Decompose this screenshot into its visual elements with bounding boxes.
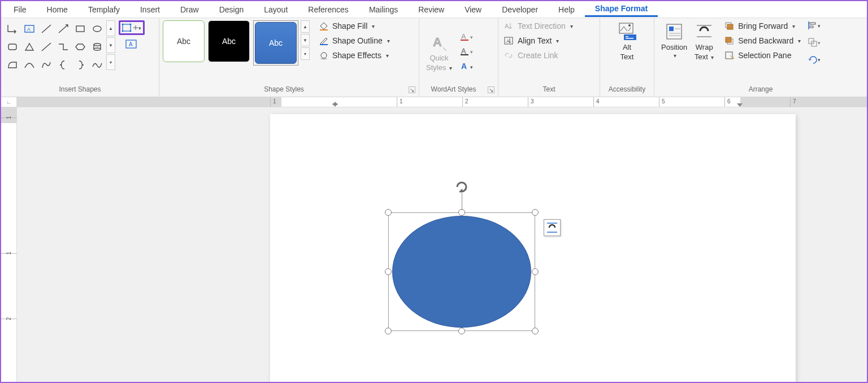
create-link-button[interactable]: Create Link xyxy=(502,50,575,61)
tab-file[interactable]: File xyxy=(3,3,37,16)
send-backward-button[interactable]: Send Backward▾ xyxy=(722,35,803,46)
shape-roundrect-icon[interactable] xyxy=(5,38,20,55)
shape-oval-icon[interactable] xyxy=(89,20,105,37)
alt-text-button[interactable]: Alt Text xyxy=(614,20,641,62)
shape-textbox-icon[interactable]: A xyxy=(21,20,37,37)
shape-style-gallery[interactable]: Abc Abc Abc xyxy=(163,20,298,66)
shape-curve-icon[interactable] xyxy=(21,56,37,73)
shape-freeform-icon[interactable] xyxy=(38,56,54,73)
shape-line2-icon[interactable] xyxy=(38,38,54,55)
align-text-button[interactable]: A Align Text▾ xyxy=(502,35,575,46)
resize-handle-s[interactable] xyxy=(458,328,465,334)
group-label-shape-styles: Shape Styles xyxy=(163,84,405,95)
style-thumb-1[interactable]: Abc xyxy=(163,20,205,62)
tab-references[interactable]: References xyxy=(298,3,359,16)
quick-styles-button[interactable]: A Quick Styles ▾ xyxy=(423,31,455,74)
draw-text-box-button[interactable]: A xyxy=(119,37,145,52)
resize-handle-e[interactable] xyxy=(532,268,539,275)
link-icon xyxy=(504,51,514,60)
shape-hexagon-icon[interactable] xyxy=(72,38,88,55)
tab-layout[interactable]: Layout xyxy=(254,3,298,16)
shape-styles-launcher[interactable]: ↘ xyxy=(409,86,415,93)
tab-templafy[interactable]: Templafy xyxy=(78,3,130,16)
align-icon: ▾ xyxy=(808,20,822,31)
style-thumb-3[interactable]: Abc xyxy=(255,22,297,64)
layout-options-button[interactable] xyxy=(544,219,561,236)
wrap-text-button[interactable]: Wrap Text ▾ xyxy=(691,20,718,62)
layout-options-icon xyxy=(546,221,558,234)
tab-help[interactable]: Help xyxy=(548,3,585,16)
shape-rect-icon[interactable] xyxy=(72,20,88,37)
align-button[interactable]: ▾ xyxy=(808,20,822,33)
shape-triangle-icon[interactable] xyxy=(21,38,37,55)
style-gallery-up[interactable]: ▲ xyxy=(301,20,310,33)
shapes-gallery[interactable]: A xyxy=(5,20,105,73)
group-shape-styles: Abc Abc Abc ▲ ▼ ▾ Shape Fill▾ Shape Outl… xyxy=(159,18,419,97)
document-area[interactable] xyxy=(17,107,867,383)
wordart-launcher[interactable]: ↘ xyxy=(488,86,494,93)
bring-forward-button[interactable]: Bring Forward▾ xyxy=(722,20,803,32)
svg-rect-37 xyxy=(669,27,674,31)
style-gallery-more[interactable]: ▾ xyxy=(301,47,310,60)
shape-flowalt-icon[interactable] xyxy=(5,56,20,73)
page[interactable] xyxy=(270,114,796,383)
text-effects-button[interactable]: A▾ xyxy=(460,62,475,74)
resize-handle-ne[interactable] xyxy=(532,209,539,216)
shape-elbow-arrow-icon[interactable] xyxy=(5,20,20,37)
selection-pane-button[interactable]: Selection Pane xyxy=(722,50,803,61)
style-thumb-2[interactable]: Abc xyxy=(208,20,250,62)
shapes-gallery-down[interactable]: ▼ xyxy=(106,37,115,53)
hanging-indent-marker[interactable] xyxy=(332,103,338,107)
right-indent-marker[interactable] xyxy=(737,103,743,107)
tab-draw[interactable]: Draw xyxy=(170,3,209,16)
shape-fill-button[interactable]: Shape Fill▾ xyxy=(316,20,392,32)
tab-developer[interactable]: Developer xyxy=(492,3,548,16)
text-outline-button[interactable]: A▾ xyxy=(460,47,475,58)
tab-mailings[interactable]: Mailings xyxy=(359,3,408,16)
tab-design[interactable]: Design xyxy=(209,3,254,16)
resize-handle-w[interactable] xyxy=(385,268,392,275)
svg-point-8 xyxy=(122,24,124,25)
tab-review[interactable]: Review xyxy=(408,3,454,16)
resize-handle-se[interactable] xyxy=(532,328,539,334)
group-objects-button[interactable]: ▾ xyxy=(808,37,822,50)
resize-handle-sw[interactable] xyxy=(385,328,392,334)
alt-text-icon xyxy=(617,22,637,41)
wordart-a-icon: A xyxy=(429,34,449,51)
text-fill-button[interactable]: A▾ xyxy=(460,32,475,43)
shapes-gallery-more[interactable]: ▾ xyxy=(106,54,115,70)
vertical-ruler[interactable]: 1 1 2 xyxy=(1,107,17,383)
position-button[interactable]: Position▾ xyxy=(658,20,691,60)
rotation-handle[interactable] xyxy=(454,180,469,194)
shape-arrow-line-icon[interactable] xyxy=(55,20,71,37)
hruler-right-margin xyxy=(740,97,867,107)
pen-outline-icon xyxy=(319,36,329,45)
svg-text:A: A xyxy=(433,35,442,49)
horizontal-ruler[interactable]: 1 1 2 3 4 5 6 7 xyxy=(17,97,867,107)
shape-outline-button[interactable]: Shape Outline▾ xyxy=(316,35,392,46)
group-text: A Text Direction▾ A Align Text▾ Create L… xyxy=(498,18,600,97)
ribbon: A ▲ ▼ ▾ xyxy=(1,18,867,97)
text-direction-button[interactable]: A Text Direction▾ xyxy=(502,20,575,32)
resize-handle-nw[interactable] xyxy=(385,209,392,216)
svg-text:A: A xyxy=(506,38,510,44)
tab-view[interactable]: View xyxy=(454,3,492,16)
shape-brace-left-icon[interactable] xyxy=(55,56,71,73)
svg-point-32 xyxy=(628,24,631,27)
shape-effects-button[interactable]: Shape Effects▾ xyxy=(316,50,392,61)
shape-scribble-icon[interactable] xyxy=(89,56,105,73)
svg-rect-35 xyxy=(626,38,633,39)
shape-brace-right-icon[interactable] xyxy=(72,56,88,73)
shape-connector-icon[interactable] xyxy=(55,38,71,55)
edit-shape-button[interactable]: ▾ xyxy=(119,20,145,35)
tab-insert[interactable]: Insert xyxy=(130,3,170,16)
shape-line-icon[interactable] xyxy=(38,20,54,37)
tab-home[interactable]: Home xyxy=(37,3,78,16)
shape-cylinder-icon[interactable] xyxy=(89,38,105,55)
style-gallery-down[interactable]: ▼ xyxy=(301,34,310,46)
svg-point-6 xyxy=(94,48,101,50)
shapes-gallery-up[interactable]: ▲ xyxy=(106,20,115,36)
tab-shape-format[interactable]: Shape Format xyxy=(585,2,658,17)
rotate-button[interactable]: ▾ xyxy=(808,54,822,67)
svg-rect-34 xyxy=(626,36,628,37)
